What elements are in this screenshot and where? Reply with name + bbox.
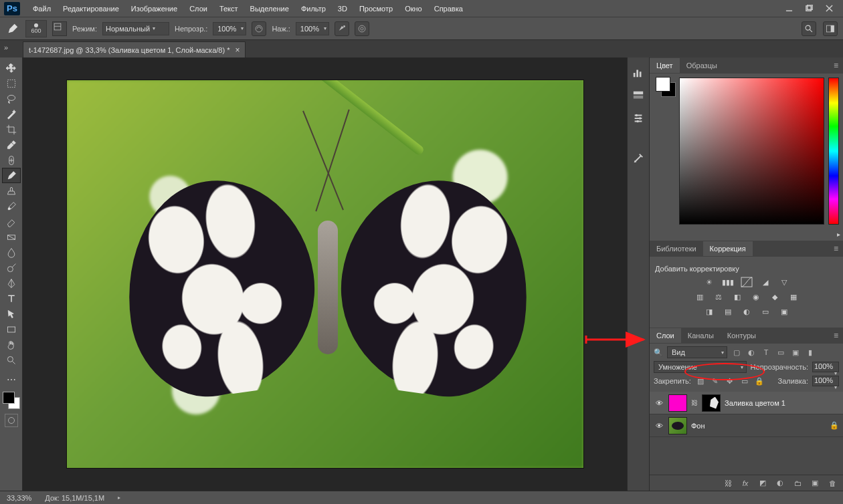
- healing-brush-tool[interactable]: [2, 152, 21, 168]
- menu-type[interactable]: Текст: [213, 2, 244, 15]
- brush-tool[interactable]: [2, 168, 21, 183]
- canvas-area[interactable]: [23, 57, 627, 491]
- tools-preset-icon[interactable]: [631, 151, 646, 166]
- color-lookup-icon[interactable]: ▦: [787, 291, 800, 302]
- hue-icon[interactable]: ▥: [694, 291, 706, 302]
- curves-icon[interactable]: [741, 277, 753, 287]
- lasso-tool[interactable]: [2, 91, 21, 106]
- opacity-input[interactable]: 100%: [213, 22, 246, 35]
- hue-slider[interactable]: [828, 78, 839, 225]
- color-fgbg[interactable]: [656, 78, 675, 241]
- mask-link-icon[interactable]: ⛓: [691, 399, 698, 406]
- document-canvas[interactable]: [67, 80, 583, 468]
- dodge-tool[interactable]: [2, 260, 21, 275]
- tab-libraries[interactable]: Библиотеки: [650, 241, 703, 256]
- tabstrip-expand-icon[interactable]: »: [4, 43, 16, 53]
- fill-input[interactable]: 100%: [812, 376, 839, 386]
- edit-toolbar-button[interactable]: ⋯: [2, 372, 21, 387]
- layer-name[interactable]: Заливка цветом 1: [725, 399, 785, 407]
- menu-window[interactable]: Окно: [399, 2, 428, 15]
- selective-color-icon[interactable]: ▣: [778, 306, 790, 317]
- add-adjustment-button[interactable]: ◐: [775, 478, 785, 489]
- tab-channels[interactable]: Каналы: [681, 328, 721, 343]
- channel-mixer-icon[interactable]: ◆: [769, 291, 781, 302]
- bw-icon[interactable]: ◧: [731, 291, 743, 302]
- tab-layers[interactable]: Слои: [650, 328, 681, 343]
- menu-filter[interactable]: Фильтр: [295, 2, 332, 15]
- close-tab-button[interactable]: ×: [235, 45, 240, 55]
- filter-toggle[interactable]: ▮: [805, 347, 816, 358]
- quick-mask-button[interactable]: [5, 414, 18, 427]
- tab-adjustments[interactable]: Коррекция: [703, 241, 753, 256]
- magic-wand-tool[interactable]: [2, 106, 21, 122]
- color-balance-icon[interactable]: ⚖: [713, 291, 725, 302]
- gradient-map-icon[interactable]: ▭: [759, 306, 771, 317]
- swatches-icon[interactable]: [631, 88, 646, 103]
- layer-row[interactable]: 👁 Фон 🔒: [650, 414, 843, 437]
- pen-tool[interactable]: [2, 275, 21, 291]
- tab-paths[interactable]: Контуры: [721, 328, 763, 343]
- history-brush-tool[interactable]: [2, 199, 21, 214]
- panel-menu-icon[interactable]: ≡: [834, 61, 839, 70]
- filter-adjust-icon[interactable]: ◐: [746, 347, 757, 358]
- vibrance-icon[interactable]: ▽: [778, 277, 790, 287]
- filter-shape-icon[interactable]: ▭: [775, 347, 786, 358]
- menu-edit[interactable]: Редактирование: [57, 2, 125, 15]
- filter-smart-icon[interactable]: ▣: [790, 347, 801, 358]
- menu-layer[interactable]: Слои: [183, 2, 213, 15]
- status-menu-icon[interactable]: ▸: [118, 495, 120, 501]
- zoom-tool[interactable]: [2, 352, 21, 368]
- exposure-icon[interactable]: ◢: [759, 277, 771, 287]
- brightness-icon[interactable]: ☀: [703, 277, 715, 287]
- delete-layer-button[interactable]: 🗑: [827, 478, 838, 489]
- crop-tool[interactable]: [2, 122, 21, 137]
- layer-opacity-input[interactable]: 100%: [812, 362, 839, 372]
- rectangle-tool[interactable]: [2, 322, 21, 337]
- window-maximize-button[interactable]: [799, 1, 819, 16]
- zoom-readout[interactable]: 33,33%: [7, 494, 31, 502]
- new-group-button[interactable]: 🗀: [792, 478, 803, 489]
- filter-text-icon[interactable]: T: [761, 347, 771, 358]
- text-tool[interactable]: [2, 291, 21, 306]
- invert-icon[interactable]: ◨: [703, 306, 715, 317]
- lock-paint-icon[interactable]: ✎: [710, 376, 721, 386]
- foreground-background-colors[interactable]: [2, 391, 21, 410]
- threshold-icon[interactable]: ◐: [741, 306, 753, 317]
- menu-image[interactable]: Изображение: [125, 2, 183, 15]
- blend-mode-select[interactable]: Нормальный▾: [102, 22, 169, 35]
- window-close-button[interactable]: [819, 1, 839, 16]
- histogram-icon[interactable]: [631, 66, 646, 80]
- airbrush-button[interactable]: [335, 21, 349, 36]
- pressure-opacity-button[interactable]: [252, 21, 266, 36]
- add-mask-button[interactable]: ◩: [757, 478, 768, 489]
- lock-position-icon[interactable]: ✥: [725, 376, 735, 386]
- brush-panel-toggle-button[interactable]: [52, 21, 67, 36]
- lock-transparent-icon[interactable]: ▨: [695, 376, 706, 386]
- brush-preset-picker[interactable]: 600: [25, 20, 47, 37]
- document-tab[interactable]: t-1472687.jpg @ 33,3% (Заливка цветом 1,…: [23, 41, 246, 57]
- document-size-readout[interactable]: Док: 15,1M/15,1M: [45, 494, 104, 502]
- layer-filter-select[interactable]: Вид: [667, 346, 727, 358]
- visibility-toggle[interactable]: 👁: [654, 399, 664, 407]
- menu-3d[interactable]: 3D: [332, 2, 353, 15]
- pressure-size-button[interactable]: [355, 21, 369, 36]
- levels-icon[interactable]: ▮▮▮: [722, 277, 734, 287]
- adjustments-icon[interactable]: [631, 111, 646, 126]
- menu-view[interactable]: Просмотр: [353, 2, 399, 15]
- new-layer-button[interactable]: ▣: [810, 478, 820, 489]
- lock-all-icon[interactable]: 🔒: [754, 376, 765, 386]
- visibility-toggle[interactable]: 👁: [654, 422, 664, 430]
- posterize-icon[interactable]: ▤: [722, 306, 734, 317]
- link-layers-button[interactable]: ⛓: [723, 478, 733, 489]
- flow-input[interactable]: 100%: [296, 22, 329, 35]
- layer-row[interactable]: 👁 ⛓ Заливка цветом 1: [650, 392, 843, 414]
- color-panel-resize-icon[interactable]: ▸: [837, 231, 840, 238]
- lock-artboard-icon[interactable]: ▭: [739, 376, 750, 386]
- eyedropper-tool[interactable]: [2, 137, 21, 152]
- layer-style-button[interactable]: fx: [740, 478, 751, 489]
- layer-thumb[interactable]: [668, 394, 687, 412]
- menu-help[interactable]: Справка: [428, 2, 469, 15]
- filter-pixel-icon[interactable]: ▢: [731, 347, 742, 358]
- blend-mode-select[interactable]: Умножение: [654, 361, 747, 373]
- tab-color[interactable]: Цвет: [650, 58, 680, 73]
